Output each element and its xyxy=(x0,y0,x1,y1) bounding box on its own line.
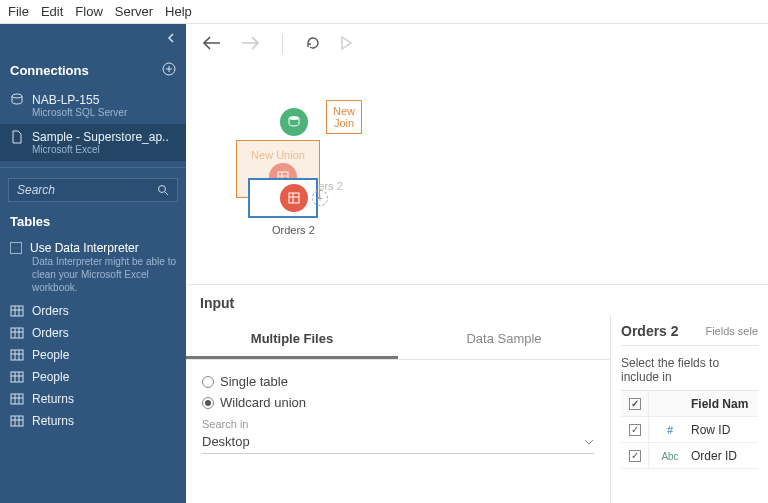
toolbar xyxy=(186,24,768,64)
svg-point-9 xyxy=(289,116,299,120)
search-in-dropdown[interactable]: Desktop xyxy=(202,430,594,454)
sheet-icon xyxy=(10,393,24,405)
chevron-left-icon xyxy=(166,33,176,43)
chevron-down-icon xyxy=(584,439,594,445)
add-connection-button[interactable] xyxy=(162,62,176,79)
table-item[interactable]: Returns xyxy=(0,410,186,432)
type-number-icon: # xyxy=(667,424,673,436)
table-name: Returns xyxy=(32,392,74,406)
input-node[interactable] xyxy=(280,108,308,136)
new-union-label: New Union xyxy=(251,149,305,161)
menu-help[interactable]: Help xyxy=(165,4,192,19)
radio-icon xyxy=(202,376,214,388)
flow-canvas[interactable]: New Join New Union Orders 2 + Orders 2 xyxy=(186,64,768,284)
menu-file[interactable]: File xyxy=(8,4,29,19)
tab-data-sample[interactable]: Data Sample xyxy=(398,321,610,359)
table-item[interactable]: Orders xyxy=(0,300,186,322)
sheet-icon xyxy=(10,349,24,361)
node-label: Orders 2 xyxy=(272,224,315,236)
fields-title: Orders 2 xyxy=(621,323,679,339)
sidebar-collapse-button[interactable] xyxy=(0,24,186,54)
svg-point-2 xyxy=(159,186,166,193)
connection-name: NAB-LP-155 xyxy=(32,93,127,107)
refresh-button[interactable] xyxy=(305,35,321,54)
input-header: Input xyxy=(186,285,768,315)
radio-single-table[interactable]: Single table xyxy=(202,374,594,389)
tab-multiple-files[interactable]: Multiple Files xyxy=(186,321,398,359)
field-row[interactable]: ✓ # Row ID xyxy=(621,417,758,443)
svg-rect-5 xyxy=(11,350,23,360)
fields-header-row: ✓ Field Nam xyxy=(621,391,758,417)
sheet-icon xyxy=(10,327,24,339)
radio-wildcard-union[interactable]: Wildcard union xyxy=(202,395,594,410)
tables-label: Tables xyxy=(0,206,186,237)
field-name: Row ID xyxy=(691,423,758,437)
svg-rect-11 xyxy=(289,193,299,203)
radio-label: Single table xyxy=(220,374,288,389)
table-icon xyxy=(287,191,301,205)
field-checkbox[interactable]: ✓ xyxy=(629,450,641,462)
svg-rect-3 xyxy=(11,306,23,316)
connection-item[interactable]: NAB-LP-155 Microsoft SQL Server xyxy=(0,87,186,124)
search-input[interactable]: Search xyxy=(8,178,178,202)
input-left-pane: Multiple Files Data Sample Single table … xyxy=(186,315,610,503)
back-button[interactable] xyxy=(202,35,222,54)
select-all-checkbox[interactable]: ✓ xyxy=(629,398,641,410)
connection-type: Microsoft Excel xyxy=(32,144,169,155)
toolbar-separator xyxy=(282,34,283,54)
search-icon xyxy=(157,184,169,196)
search-in-label: Search in xyxy=(202,418,594,430)
radio-icon xyxy=(202,397,214,409)
svg-rect-4 xyxy=(11,328,23,338)
table-item[interactable]: Returns xyxy=(0,388,186,410)
table-item[interactable]: People xyxy=(0,344,186,366)
forward-button[interactable] xyxy=(240,35,260,54)
sidebar: Connections NAB-LP-155 Microsoft SQL Ser… xyxy=(0,24,186,503)
search-placeholder: Search xyxy=(17,183,55,197)
fields-selected-link[interactable]: Fields sele xyxy=(705,325,758,337)
input-node-orders2[interactable] xyxy=(280,184,308,212)
run-button[interactable] xyxy=(339,35,353,54)
connection-type: Microsoft SQL Server xyxy=(32,107,127,118)
table-item[interactable]: People xyxy=(0,366,186,388)
connections-label: Connections xyxy=(10,63,89,78)
sheet-icon xyxy=(10,305,24,317)
search-in-value: Desktop xyxy=(202,434,250,449)
sheet-icon xyxy=(10,371,24,383)
fields-pane: Orders 2 Fields sele Select the fields t… xyxy=(610,315,768,503)
database-icon xyxy=(287,115,301,129)
plus-circle-icon xyxy=(162,62,176,76)
column-header-name: Field Nam xyxy=(691,397,758,411)
svg-rect-7 xyxy=(11,394,23,404)
svg-rect-8 xyxy=(11,416,23,426)
menu-flow[interactable]: Flow xyxy=(75,4,102,19)
table-item[interactable]: Orders xyxy=(0,322,186,344)
field-name: Order ID xyxy=(691,449,758,463)
sheet-icon xyxy=(10,415,24,427)
field-row[interactable]: ✓ Abc Order ID xyxy=(621,443,758,469)
fields-desc: Select the fields to include in xyxy=(621,346,758,390)
menu-edit[interactable]: Edit xyxy=(41,4,63,19)
type-string-icon: Abc xyxy=(661,451,678,462)
interpreter-checkbox[interactable] xyxy=(10,242,22,254)
input-panel: Input Multiple Files Data Sample Single … xyxy=(186,284,768,503)
divider xyxy=(0,167,186,168)
menu-server[interactable]: Server xyxy=(115,4,153,19)
connection-name: Sample - Superstore_ap.. xyxy=(32,130,169,144)
new-join-hint[interactable]: New Join xyxy=(326,100,362,134)
table-name: People xyxy=(32,348,69,362)
menu-bar: File Edit Flow Server Help xyxy=(0,0,768,24)
main-area: New Join New Union Orders 2 + Orders 2 I… xyxy=(186,24,768,503)
interpreter-title: Use Data Interpreter xyxy=(30,241,139,255)
connection-item[interactable]: Sample - Superstore_ap.. Microsoft Excel xyxy=(0,124,186,161)
table-name: Returns xyxy=(32,414,74,428)
fields-table: ✓ Field Nam ✓ # Row ID ✓ Abc Order xyxy=(621,390,758,469)
database-icon xyxy=(10,93,24,110)
svg-rect-6 xyxy=(11,372,23,382)
table-name: Orders xyxy=(32,326,69,340)
svg-point-1 xyxy=(12,94,22,98)
interpreter-hint: Data Interpreter might be able to clean … xyxy=(32,255,176,294)
table-name: Orders xyxy=(32,304,69,318)
add-step-button[interactable]: + xyxy=(312,190,328,206)
field-checkbox[interactable]: ✓ xyxy=(629,424,641,436)
